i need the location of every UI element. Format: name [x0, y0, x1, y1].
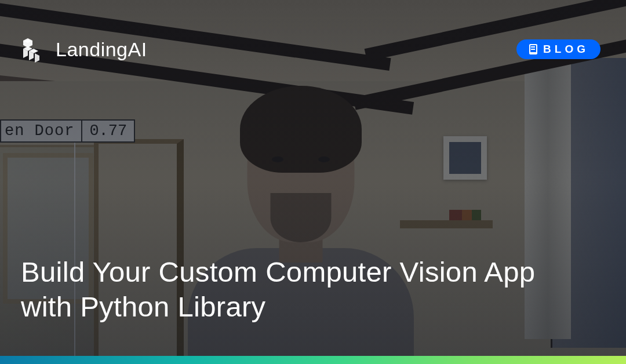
gradient-accent-bar: [0, 356, 626, 364]
brand-logo[interactable]: LandingAI: [21, 36, 147, 63]
landingai-logo-icon: [21, 36, 48, 63]
page-title: Build Your Custom Computer Vision App wi…: [21, 255, 591, 325]
blog-badge-label: BLOG: [543, 43, 589, 56]
brand-name: LandingAI: [56, 38, 147, 61]
blog-badge[interactable]: BLOG: [516, 39, 600, 59]
hero-banner: en Door 0.77 LandingAI BLO: [0, 0, 626, 364]
header: LandingAI BLOG: [0, 0, 626, 63]
book-icon: [528, 44, 537, 54]
